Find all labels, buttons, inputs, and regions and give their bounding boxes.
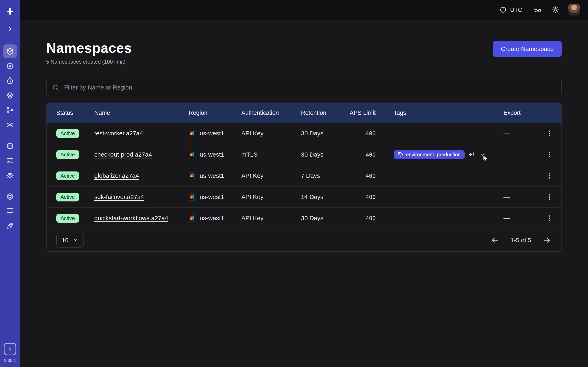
gcp-icon <box>189 130 196 137</box>
sidebar-item-nexus[interactable] <box>3 59 17 73</box>
next-page-button[interactable] <box>542 235 552 245</box>
sidebar-item-docs[interactable] <box>3 204 17 218</box>
region-label: us-west1 <box>200 193 224 200</box>
timezone-label: UTC <box>510 7 522 13</box>
table-footer: 10 1-5 of 5 <box>47 229 562 251</box>
sidebar-item-regions[interactable] <box>3 139 17 153</box>
search-icon <box>52 84 59 91</box>
timezone-button[interactable]: UTC <box>497 6 525 14</box>
column-header-status: Status <box>56 109 94 116</box>
aps-limit-cell: 400 <box>346 130 376 137</box>
app-window: 2.35.1 UTC Namespaces 5 Namespaces creat… <box>0 0 588 367</box>
namespace-link[interactable]: test-worker.a27a4 <box>94 130 143 137</box>
column-header-aps-limit: APS Limit <box>346 109 376 116</box>
temporal-logo[interactable] <box>3 4 17 18</box>
status-badge: Active <box>56 150 79 159</box>
clock-icon <box>499 6 507 13</box>
page-size-select[interactable]: 10 <box>56 233 84 248</box>
tags-cell: environment production +1 <box>376 150 503 159</box>
column-header-region: Region <box>189 109 241 116</box>
create-namespace-button[interactable]: Create Namespace <box>493 41 562 57</box>
aps-limit-cell: 400 <box>346 151 376 158</box>
table-row: Active checkout-prod.a27a4 us-west1 mTLS… <box>47 144 562 165</box>
column-header-export: Export <box>503 109 539 116</box>
region-cell: us-west1 <box>189 130 241 137</box>
region-cell: us-west1 <box>189 172 241 179</box>
region-cell: us-west1 <box>189 193 241 201</box>
tag-pill[interactable]: environment production <box>394 150 465 159</box>
table-header: Status Name Region Authentication Retent… <box>47 103 562 123</box>
auth-cell: API Key <box>241 130 301 137</box>
sidebar-item-deployments[interactable] <box>3 89 17 102</box>
sidebar-item-batch[interactable] <box>3 118 17 132</box>
gcp-icon <box>189 215 196 222</box>
region-cell: us-west1 <box>189 151 241 158</box>
chevron-down-icon[interactable] <box>479 151 486 158</box>
sidebar-item-workflows[interactable] <box>3 103 17 117</box>
table-row: Active quickstart-workflows.a27a4 us-wes… <box>47 207 562 229</box>
namespace-link[interactable]: globalizer.a27a4 <box>94 172 139 179</box>
column-header-retention: Retention <box>301 109 346 116</box>
region-cell: us-west1 <box>189 215 241 222</box>
gcp-icon <box>189 172 196 179</box>
glasses-icon[interactable] <box>533 5 543 15</box>
row-menu-button[interactable] <box>544 170 555 181</box>
sidebar-expand-button[interactable] <box>3 22 17 36</box>
export-cell: — <box>503 130 539 137</box>
namespaces-table: Status Name Region Authentication Retent… <box>46 103 562 252</box>
auth-cell: API Key <box>241 172 301 179</box>
retention-cell: 30 Days <box>301 130 346 137</box>
previous-page-button[interactable] <box>490 235 500 245</box>
sidebar-item-settings[interactable] <box>3 168 17 182</box>
retention-cell: 30 Days <box>301 215 346 222</box>
sidebar-item-billing[interactable] <box>3 154 17 167</box>
export-cell: — <box>503 172 539 179</box>
export-cell: — <box>503 215 539 222</box>
sidebar: 2.35.1 <box>0 0 20 367</box>
column-header-tags: Tags <box>376 109 503 116</box>
usage-dollar-icon[interactable] <box>4 343 16 355</box>
namespace-link[interactable]: checkout-prod.a27a4 <box>94 151 152 158</box>
status-badge: Active <box>56 129 79 138</box>
tag-value: production <box>437 152 461 158</box>
row-menu-button[interactable] <box>544 213 555 224</box>
auth-cell: mTLS <box>241 151 301 158</box>
export-cell: — <box>503 193 539 200</box>
namespace-link[interactable]: sdk-failover.a27a4 <box>94 193 144 200</box>
aps-limit-cell: 400 <box>346 194 376 200</box>
retention-cell: 30 Days <box>301 151 346 158</box>
region-label: us-west1 <box>200 151 224 158</box>
status-badge: Active <box>56 171 79 180</box>
row-menu-button[interactable] <box>544 192 555 202</box>
theme-toggle-sun-icon[interactable] <box>551 5 560 15</box>
pagination-range: 1-5 of 5 <box>510 237 531 244</box>
retention-cell: 7 Days <box>301 172 346 179</box>
version-label: 2.35.1 <box>4 358 16 363</box>
sidebar-item-schedules[interactable] <box>3 74 17 88</box>
aps-limit-cell: 400 <box>346 173 376 179</box>
status-badge: Active <box>56 193 79 201</box>
page-title: Namespaces <box>46 40 132 56</box>
row-menu-button[interactable] <box>544 149 555 160</box>
avatar[interactable] <box>568 4 580 16</box>
column-header-name: Name <box>94 109 189 116</box>
row-menu-button[interactable] <box>544 128 555 139</box>
sidebar-item-namespaces[interactable] <box>3 44 17 58</box>
column-header-authentication: Authentication <box>241 109 301 116</box>
search-input[interactable] <box>63 83 556 91</box>
gcp-icon <box>189 193 196 201</box>
page-subtitle: 5 Namespaces created (100 limit) <box>46 59 132 65</box>
auth-cell: API Key <box>241 215 301 222</box>
sidebar-item-support[interactable] <box>3 190 17 203</box>
export-cell: — <box>503 151 539 158</box>
aps-limit-cell: 400 <box>346 215 376 221</box>
region-label: us-west1 <box>200 215 224 222</box>
chevron-down-icon <box>72 237 79 243</box>
sidebar-item-getting-started[interactable] <box>3 219 17 233</box>
table-row: Active test-worker.a27a4 us-west1 API Ke… <box>47 123 562 144</box>
retention-cell: 14 Days <box>301 193 346 200</box>
table-row: Active globalizer.a27a4 us-west1 API Key… <box>47 165 562 186</box>
namespace-link[interactable]: quickstart-workflows.a27a4 <box>94 215 168 221</box>
tag-icon <box>398 152 403 157</box>
table-row: Active sdk-failover.a27a4 us-west1 API K… <box>47 186 562 207</box>
